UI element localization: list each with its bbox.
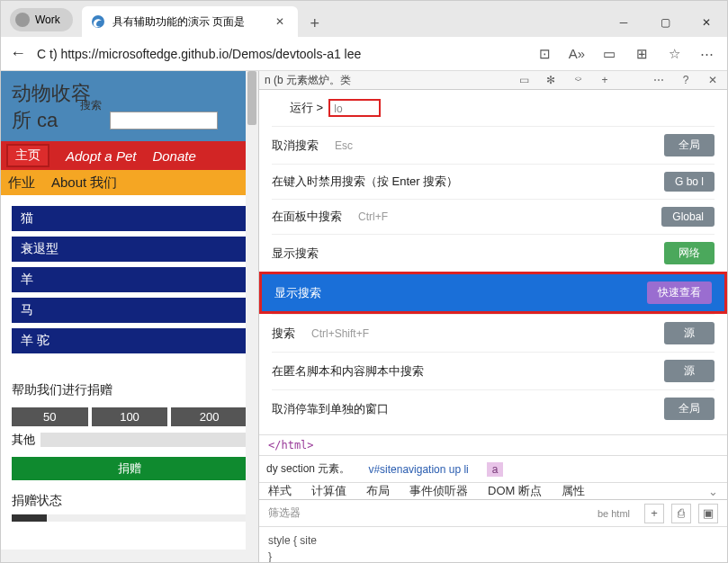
search-label: 搜索 [80,98,102,113]
command-item[interactable]: 搜索Ctrl+Shift+F源 [272,314,715,352]
chevron-down-icon[interactable]: ⌄ [708,485,718,498]
close-icon[interactable]: ✕ [271,13,289,31]
address-bar[interactable]: C t) https://microsoftedge.github.io/Dem… [37,47,524,61]
svg-point-0 [92,15,104,28]
devtools-panel: n (b 元素燃炉。类 ▭ ✻ ⌔ + ⋯ ? ✕ 运行 > lo 取消搜索Es… [258,71,727,562]
persona-badge[interactable]: Work [10,8,73,31]
amount-button[interactable]: 100 [92,407,168,426]
amount-button[interactable]: 50 [12,407,88,426]
add-rule-icon[interactable]: + [644,504,664,523]
crumb-a[interactable]: a [487,462,504,477]
search-input[interactable] [110,112,218,130]
nav-about[interactable]: About 我们 [51,174,117,192]
computed-icon[interactable]: ▣ [698,504,718,523]
command-item[interactable]: 在键入时禁用搜索（按 Enter 搜索）G bo l [272,164,715,199]
styles-tab[interactable]: 事件侦听器 [409,483,468,499]
hover-icon[interactable]: ⎙ [671,504,691,523]
donation-progress [12,514,247,522]
devtools-breadcrumb: n (b 元素燃炉。类 [265,73,506,88]
command-input[interactable]: lo [328,99,381,117]
list-item[interactable]: 马 [12,298,247,323]
html-close-tag: </html> [259,435,727,456]
styles-tab[interactable]: DOM 断点 [488,483,542,499]
command-item[interactable]: 在面板中搜索Ctrl+FGlobal [272,199,715,234]
styles-tab[interactable]: 计算值 [311,483,346,499]
crumb-nav[interactable]: v#sitenavigation up li [368,463,468,476]
collections-icon[interactable]: ⊞ [630,42,653,66]
help-icon[interactable]: ? [677,71,695,89]
command-item[interactable]: 显示搜索快速查看 [259,272,727,314]
new-tab-button[interactable]: + [301,10,328,37]
command-item[interactable]: 取消搜索Esc全局 [272,126,715,164]
other-input[interactable] [40,433,247,447]
filter-input[interactable]: 筛选器 [268,505,301,521]
amount-button[interactable]: 200 [171,407,247,426]
vertical-scrollbar[interactable] [246,71,258,562]
read-aloud-icon[interactable]: A» [565,42,589,66]
close-window-button[interactable]: ✕ [686,8,727,37]
command-item[interactable]: 在匿名脚本和内容脚本中搜索源 [272,352,715,389]
translate-icon[interactable]: ▭ [598,42,621,66]
bug-icon[interactable]: ✻ [542,71,560,89]
list-item[interactable]: 衰退型 [12,237,247,262]
styles-tab[interactable]: 样式 [268,483,292,499]
list-item[interactable]: 羊 [12,267,247,292]
nav-jobs[interactable]: 作业 [8,174,35,192]
wifi-icon[interactable]: ⌔ [569,71,587,89]
minimize-button[interactable]: ─ [603,8,644,37]
donate-button[interactable]: 捐赠 [12,457,247,480]
edge-icon [91,14,105,29]
other-label: 其他 [12,432,35,448]
favorite-icon[interactable]: ☆ [662,42,686,66]
maximize-button[interactable]: ▢ [644,8,686,37]
command-item[interactable]: 显示搜索网络 [272,234,715,272]
style-rule-1b: } [268,549,718,563]
nav-adopt[interactable]: Adopt a Pet [66,148,136,164]
app-icon[interactable]: ⊡ [533,42,556,66]
device-icon[interactable]: ▭ [515,71,533,89]
list-item[interactable]: 猫 [12,206,247,231]
command-item[interactable]: 取消停靠到单独的窗口全局 [272,389,715,427]
plus-icon[interactable]: + [596,71,614,89]
persona-label: Work [35,13,60,26]
styles-tab[interactable]: 属性 [562,483,585,499]
nav-home[interactable]: 主页 [6,144,49,167]
nav-donate[interactable]: Donate [152,148,195,164]
list-item[interactable]: 羊 驼 [12,328,247,353]
crumb-section[interactable]: dy section 元素。 [266,461,350,477]
devtools-more-icon[interactable]: ⋯ [650,71,668,89]
page-content: 动物收容 搜索 所 ca 主页 Adopt a Pet Donate 作业 Ab… [1,71,258,562]
site-title-2: 所 ca [12,107,58,134]
status-title: 捐赠状态 [12,493,258,509]
devtools-close-icon[interactable]: ✕ [704,71,722,89]
more-icon[interactable]: ⋯ [695,42,718,66]
horizontal-scrollbar[interactable] [1,550,246,562]
style-rule-1[interactable]: style { site [268,532,718,549]
browser-tab[interactable]: 具有辅助功能的演示 页面是 ✕ [82,6,298,37]
person-icon [15,13,30,27]
run-label: 运行 > [290,100,323,116]
styles-tab[interactable]: 布局 [366,483,390,499]
donate-title: 帮助我们进行捐赠 [12,382,258,398]
tab-title: 具有辅助功能的演示 页面是 [112,14,245,30]
back-button[interactable]: ← [10,44,28,63]
be-html-label: be html [598,508,630,519]
site-title-1: 动物收容 [12,80,247,107]
